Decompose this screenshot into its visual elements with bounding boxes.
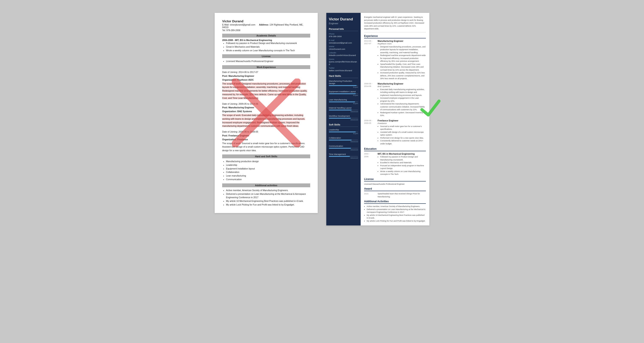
tel-value: 978-289-2658 [226,29,240,31]
list-item: Performed CAD design for a new sports vi… [380,137,426,140]
email-value: victorjdurand@gmail.com [230,23,256,26]
skills-list: Manufacturing production design Leadersh… [226,160,310,181]
list-item: Communication [226,178,310,181]
skill-name: Time Management [329,153,358,155]
skill-mfg: Manufacturing Production Design Expert [329,80,358,88]
hard-skills-section: Hard Skills [329,75,358,78]
list-item: Administered the manufacturing departmen… [380,102,426,111]
list-item: Increased employee engagement in the Lea… [380,97,426,102]
exp-dates-3: 2008-06 - 2009-05 [364,119,376,145]
list-item: Redesigned Kanban system. Decreased inve… [380,111,426,117]
list-item: Executed daily manufacturing engineering… [380,88,426,97]
phone-value: 978-289-2658 [329,35,358,38]
skill-name: Workflow Development [329,115,358,117]
skill-bar-bg [329,140,358,140]
skill-bar-bg [329,93,358,94]
award-section-title: Award [364,187,426,191]
skill-lean: Lean Manufacturing Expert [329,98,358,104]
skill-bar-fill [329,118,351,119]
exp-dates-1: 2014-06 - 2017-07 [364,40,376,80]
list-item: Designed manufacturing procedures, proce… [380,45,426,54]
twitter-value: twitter.com/VictorJDurand [329,69,358,72]
left-name: Victor Durand [222,19,310,23]
skill-bar-bg [329,131,358,132]
list-item: Followed my passion in Product Design an… [226,41,310,45]
skill-bar-fill [329,131,356,132]
experience-section-title: Experience [364,34,426,38]
skill-bar-bg [329,85,358,86]
skill-bar-bg [329,118,358,119]
skill-name: Lean Manufacturing [329,98,358,101]
list-item: Followed my passion in Product Design an… [380,156,426,161]
skill-bar-fill [329,93,356,94]
job-1-post: Post: Manufacturing Engineer [222,75,254,77]
exp-title-2: Manufacturing Engineer [378,82,426,85]
phone-label: Phone [329,33,358,35]
hard-soft-header: Hard and Soft Skills [222,154,310,158]
skill-level: Expert [329,94,358,96]
skill-name: Leadership [329,128,358,131]
license-section-title: License [364,178,426,181]
list-item: Delivered a presentation on Lean Manufac… [226,192,310,200]
job-3-post: Post: Freelance Engineer [222,134,249,137]
skill-level: Expert [329,102,358,104]
list-item: Consistently delivered to customer needs… [380,139,426,145]
exp-title-3: Freelance Engineer [378,119,426,122]
award-text: Spearheaded team that received Shingo Pr… [378,192,426,198]
education-section-title: Education [364,147,426,151]
academic-bullets: Followed my passion in Product Design an… [226,41,310,52]
exp-content-3: Freelance Engineer Freelance Sourced a s… [378,119,426,145]
email-label: E-mail [329,39,358,41]
list-item: Collaboration [226,170,310,174]
left-email-line: E-Mail: victorjdurand@gmail.com Address:… [222,23,310,28]
linkedin-value: linkedin.com/in/VictorJDurand [329,54,358,57]
skill-bar-bg [329,110,358,110]
job-2-date: Date of Joining: 2009-05 to 2014-06 [222,102,310,106]
www-value: VictorDurand.com [329,48,358,50]
academic-degree: 2004-2008 - MIT, BS in Mechanical Engine… [222,39,310,41]
exp-job-3: 2008-06 - 2009-05 Freelance Engineer Fre… [364,119,426,145]
list-item: Wrote a weekly column on Lean Manufactur… [226,49,310,52]
skill-level: Advanced [329,119,358,121]
list-item: Spearheaded the Quality, Cost, and Time … [380,63,426,72]
skill-level: Advanced [329,111,358,113]
skill-level: Advanced [329,149,358,151]
list-item: My article 10 Mechanical Engineering Bes… [226,199,310,203]
linkedin-label: LinkedIn [329,52,358,54]
left-tel-line: Tel: 978-289-2658 [222,29,310,31]
address-label: Address: [259,23,269,26]
resume-right: Victor Durand Engineer Personal Info Pho… [326,13,429,225]
list-item: My article 10 Mechanical Engineering Bes… [367,214,426,220]
job-3-scope: The scope of work: Sourced a small motor… [222,142,310,152]
list-item: My article Lock Picking for Fun and Prof… [367,220,426,223]
email-label: E-Mail: [222,23,229,26]
list-item: Pursued an independent study program in … [380,164,426,170]
skill-level: Advanced [329,141,358,143]
list-item: Excelled in Mechanics and Materials. [380,161,426,164]
skill-name: Collaboration [329,137,358,139]
job-2-org: Organization: BAE Systems [222,110,252,113]
edu-dates: 2004 - 2008 [364,153,376,176]
skill-bar-fill [329,85,356,86]
work-header: Work Experience [222,65,310,69]
job-3-org: Organization: Freelance [222,138,248,141]
edu-degree: MIT, BS in Mechanical Engineering [378,153,426,155]
skill-level: Advanced [329,157,358,159]
skill-bar-bg [329,148,358,149]
exp-org-2: BAE Systems [378,85,426,87]
exp-org-1: Raytheon IADC [378,42,426,45]
tel-label: Tel: [222,29,226,31]
skill-name: Communication [329,145,358,147]
license-list: Licensed Massachusetts Professional Engi… [226,59,310,63]
skill-bar-bg [329,156,358,157]
right-title: Engineer [329,22,358,25]
job-1: Date of Joining: 2014-06 to 2017-07 Post… [222,70,310,100]
list-item: Active member, American Society of Manuf… [226,189,310,192]
list-item: Sourced a small motor gear box for a cus… [380,125,426,131]
skill-time: Time Management Advanced [329,153,358,159]
skill-bar-fill [329,156,350,157]
list-item: My article Lock Picking for Fun and Prof… [226,203,310,207]
skill-collab: Collaboration Advanced [329,137,358,143]
list-item: Licensed Massachusetts Professional Engi… [226,59,310,63]
additional-section-title: Additional Activities [364,200,426,204]
